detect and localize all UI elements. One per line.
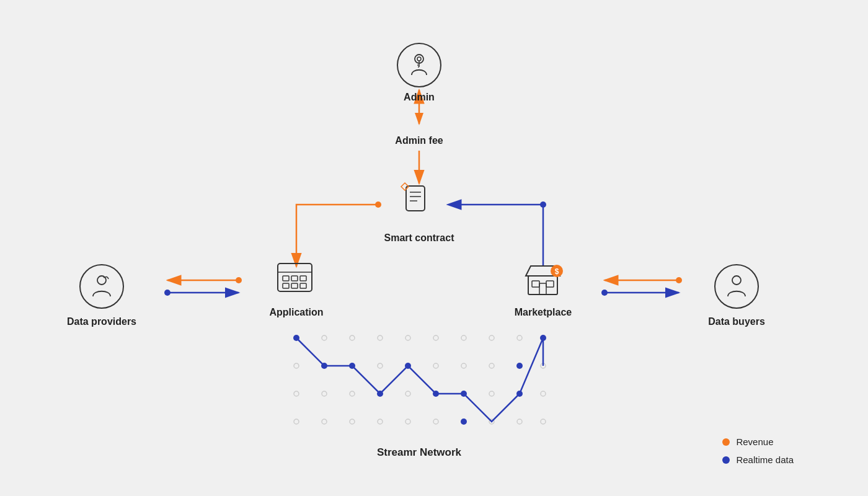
svg-point-27 (322, 391, 327, 396)
svg-point-26 (294, 391, 299, 396)
svg-rect-48 (406, 186, 425, 211)
admin-label: Admin (404, 92, 435, 103)
legend-revenue-label: Revenue (736, 436, 773, 447)
svg-rect-59 (291, 283, 298, 288)
svg-point-23 (489, 363, 494, 368)
main-diagram-svg: $ (0, 0, 868, 496)
svg-point-24 (516, 363, 523, 369)
svg-point-11 (433, 335, 438, 340)
svg-point-7 (322, 335, 327, 340)
svg-rect-57 (300, 276, 306, 281)
smart-contract-label: Smart contract (384, 232, 454, 244)
legend-revenue-dot (722, 438, 730, 446)
app-left-orange-dot (236, 277, 242, 283)
svg-rect-61 (528, 276, 557, 294)
legend-realtime-dot (722, 456, 730, 464)
svg-point-33 (489, 391, 494, 396)
marketplace-right-blue-dot (601, 290, 608, 296)
svg-point-19 (378, 363, 383, 368)
marketplace-label: Marketplace (515, 307, 572, 318)
legend-realtime-label: Realtime data (736, 454, 794, 465)
svg-point-35 (541, 391, 546, 396)
data-buyers-icon-circle (715, 265, 758, 308)
svg-point-22 (461, 363, 466, 368)
svg-point-9 (378, 335, 383, 340)
legend: Revenue Realtime data (722, 436, 794, 465)
svg-rect-63 (546, 281, 554, 287)
svg-rect-62 (532, 281, 539, 287)
svg-point-28 (350, 391, 355, 396)
svg-point-41 (433, 419, 438, 424)
sc-to-application-line (296, 205, 378, 267)
svg-point-21 (433, 363, 438, 368)
data-buyers-label: Data buyers (708, 316, 765, 327)
svg-point-30 (405, 391, 410, 396)
data-providers-label: Data providers (67, 316, 136, 327)
admin-fee-label: Admin fee (395, 135, 443, 146)
marketplace-to-sc-line (460, 205, 543, 267)
sc-left-dot (375, 202, 381, 208)
svg-point-8 (350, 335, 355, 340)
legend-realtime: Realtime data (722, 454, 794, 465)
svg-point-40 (405, 419, 410, 424)
network-label: Streamr Network (377, 446, 461, 459)
buyers-left-orange-dot (676, 277, 682, 283)
svg-rect-55 (283, 276, 289, 281)
network-data-line (296, 338, 543, 422)
legend-revenue: Revenue (722, 436, 794, 447)
svg-point-44 (517, 419, 522, 424)
svg-point-42 (461, 418, 467, 425)
svg-point-10 (405, 335, 410, 340)
diagram-container: $ Admin Admin fee Smart contract Applica… (0, 0, 868, 496)
svg-rect-58 (283, 283, 289, 288)
providers-right-blue-dot (164, 290, 170, 296)
svg-rect-56 (291, 276, 298, 281)
svg-rect-64 (539, 283, 546, 294)
svg-point-36 (294, 419, 299, 424)
svg-text:$: $ (555, 267, 559, 276)
svg-point-45 (541, 419, 546, 424)
svg-point-13 (489, 335, 494, 340)
smart-contract-icon (401, 183, 425, 211)
svg-point-14 (517, 335, 522, 340)
svg-point-39 (378, 419, 383, 424)
svg-point-16 (294, 363, 299, 368)
application-label: Application (269, 307, 323, 318)
svg-rect-60 (300, 283, 306, 288)
svg-point-38 (350, 419, 355, 424)
data-providers-icon-circle (80, 265, 123, 308)
svg-point-37 (322, 419, 327, 424)
marketplace-icon: $ (526, 265, 563, 294)
sc-right-dot (540, 202, 546, 208)
application-icon (278, 264, 312, 291)
svg-point-12 (461, 335, 466, 340)
